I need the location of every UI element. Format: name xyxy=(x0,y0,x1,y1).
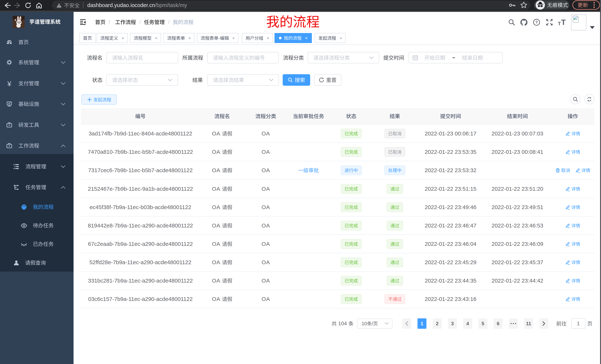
svg-text:?: ? xyxy=(535,20,538,25)
